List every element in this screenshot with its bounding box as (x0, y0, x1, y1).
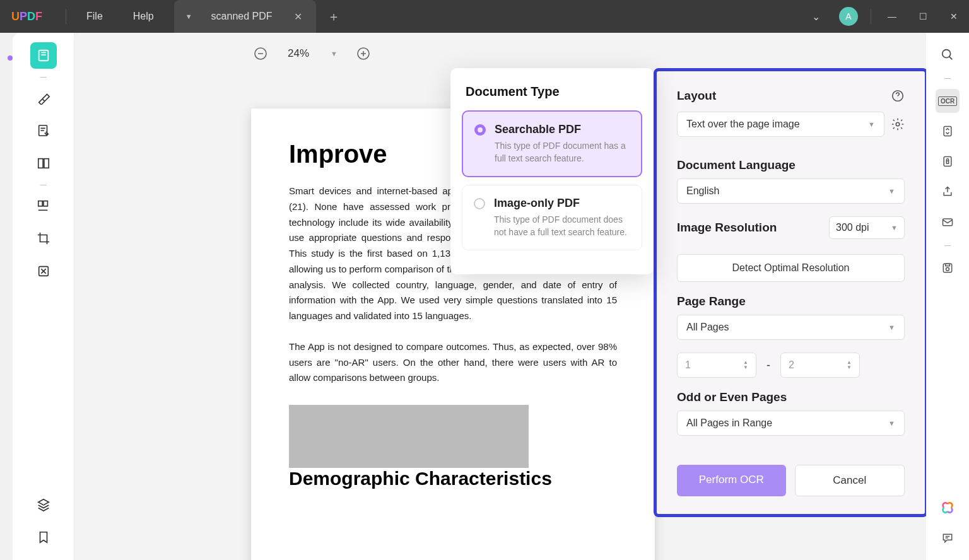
range-to-input[interactable]: 2 ▲▼ (780, 353, 860, 378)
zoom-out-button[interactable] (251, 44, 270, 63)
page-layout-button[interactable] (30, 150, 57, 177)
panel-title: Document Type (450, 85, 654, 110)
chevron-down-icon: ▼ (888, 419, 895, 427)
layout-select[interactable]: Text over the page image▼ (677, 112, 884, 137)
main-area: — — (0, 33, 969, 560)
crop-button[interactable] (30, 225, 57, 252)
protect-button[interactable] (936, 149, 960, 173)
resolution-select[interactable]: 300 dpi▼ (829, 216, 905, 239)
avatar[interactable]: A (839, 7, 858, 26)
odd-even-select[interactable]: All Pages in Range▼ (677, 411, 905, 436)
menu-file[interactable]: File (71, 11, 118, 22)
range-from-input[interactable]: 1 ▲▼ (677, 353, 756, 378)
odd-even-label: Odd or Even Pages (677, 390, 905, 404)
option-title: Searchable PDF (495, 123, 630, 136)
svg-rect-4 (44, 159, 48, 168)
chevron-down-icon: ▼ (888, 324, 895, 331)
separator: — (40, 181, 47, 188)
convert-button[interactable] (936, 119, 960, 143)
highlighter-button[interactable] (30, 85, 57, 111)
option-desc: This type of PDF document has a full tex… (495, 140, 630, 165)
redact-button[interactable] (30, 258, 57, 284)
separator: — (944, 74, 951, 81)
svg-text:UPDF: UPDF (11, 10, 42, 23)
close-window-icon[interactable]: ✕ (939, 11, 969, 21)
chevron-down-icon: ▼ (888, 187, 895, 195)
tab-scanned-pdf[interactable]: ▼ scanned PDF ✕ (174, 0, 316, 33)
option-title: Image-only PDF (494, 197, 630, 210)
svg-rect-14 (944, 157, 951, 166)
right-sidebar: — OCR — (926, 33, 969, 560)
edit-page-button[interactable] (30, 117, 57, 144)
help-icon[interactable] (891, 89, 905, 103)
svg-rect-13 (944, 127, 951, 136)
chevron-down-icon: ▼ (891, 224, 898, 231)
doc-type-image-only[interactable]: Image-only PDF This type of PDF document… (462, 185, 642, 250)
svg-rect-5 (38, 201, 42, 206)
chevron-down-icon: ▼ (868, 120, 875, 128)
radio-selected-icon (474, 124, 486, 136)
reader-mode-button[interactable] (30, 42, 57, 69)
chevron-down-icon[interactable]: ▼ (327, 50, 341, 57)
maximize-icon[interactable]: ☐ (908, 11, 939, 21)
minimize-icon[interactable]: — (876, 11, 908, 21)
indicator-dot (8, 55, 13, 61)
share-button[interactable] (936, 180, 960, 204)
layers-button[interactable] (30, 491, 57, 518)
zoom-in-button[interactable] (354, 44, 373, 63)
bookmark-button[interactable] (30, 524, 57, 551)
doc-figure (289, 405, 529, 468)
svg-rect-16 (943, 219, 953, 226)
zoom-controls: 24% ▼ (251, 44, 373, 63)
ocr-button[interactable]: OCR (936, 89, 960, 113)
radio-unselected-icon (474, 198, 485, 209)
layout-label: Layout (677, 89, 716, 103)
range-dash: - (766, 359, 770, 372)
language-select[interactable]: English▼ (677, 178, 905, 204)
ai-button[interactable] (936, 496, 960, 520)
spinner-icon[interactable]: ▲▼ (743, 360, 748, 370)
option-desc: This type of PDF document does not have … (494, 214, 630, 238)
resolution-label: Image Resolution (677, 221, 777, 235)
doc-para2: The App is not designed to compare outco… (289, 339, 617, 386)
svg-rect-6 (44, 201, 47, 206)
tab-title: scanned PDF (211, 11, 273, 22)
separator: — (944, 242, 951, 248)
left-sidebar: — — (13, 33, 74, 560)
cancel-button[interactable]: Cancel (795, 465, 905, 496)
doc-type-searchable[interactable]: Searchable PDF This type of PDF document… (462, 110, 642, 177)
save-button[interactable] (936, 256, 960, 280)
detect-resolution-button[interactable]: Detect Optimal Resolution (677, 254, 905, 282)
page-range-select[interactable]: All Pages▼ (677, 315, 905, 340)
email-button[interactable] (936, 210, 960, 234)
language-label: Document Language (677, 158, 905, 172)
ocr-icon: OCR (938, 96, 957, 106)
comment-button[interactable] (936, 526, 960, 550)
close-icon[interactable]: ✕ (291, 8, 305, 25)
svg-rect-19 (946, 264, 950, 265)
organize-button[interactable] (30, 192, 57, 219)
svg-rect-15 (946, 161, 948, 163)
page-range-label: Page Range (677, 295, 905, 308)
spinner-icon[interactable]: ▲▼ (847, 360, 852, 370)
titlebar: UPDF File Help ▼ scanned PDF ✕ ＋ ⌄ A — ☐… (0, 0, 969, 33)
chevron-down-icon[interactable]: ⌄ (801, 11, 831, 23)
separator: — (40, 73, 47, 80)
zoom-level: 24% (283, 47, 314, 60)
svg-point-12 (943, 50, 951, 58)
menu-help[interactable]: Help (118, 11, 169, 22)
ocr-settings-panel: Layout Text over the page image▼ Documen… (654, 68, 926, 517)
gear-icon[interactable] (891, 117, 905, 131)
svg-point-18 (946, 267, 949, 271)
svg-rect-3 (38, 159, 42, 168)
add-tab-button[interactable]: ＋ (316, 8, 351, 25)
chevron-down-icon[interactable]: ▼ (185, 13, 192, 20)
document-type-panel: Document Type Searchable PDF This type o… (450, 68, 654, 274)
search-button[interactable] (936, 43, 960, 67)
canvas-area: 24% ▼ Improve Smart devices and internet… (74, 33, 926, 560)
app-logo: UPDF (0, 9, 61, 24)
svg-point-11 (896, 122, 900, 126)
perform-ocr-button[interactable]: Perform OCR (677, 465, 786, 496)
